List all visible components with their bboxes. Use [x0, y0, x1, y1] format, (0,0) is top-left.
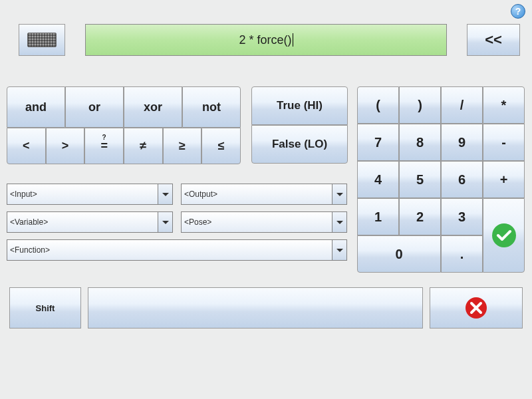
- input-dropdown[interactable]: <Input>: [7, 184, 173, 205]
- keyboard-button[interactable]: [19, 24, 65, 56]
- close-icon: [464, 296, 488, 320]
- lparen-button[interactable]: (: [357, 86, 399, 124]
- greater-than-button[interactable]: >: [46, 128, 85, 164]
- and-button[interactable]: and: [7, 86, 65, 128]
- digit-3-button[interactable]: 3: [441, 198, 483, 235]
- expression-text: 2 * force(): [239, 33, 291, 47]
- input-dropdown-label: <Input>: [10, 190, 37, 199]
- keyboard-icon: [27, 33, 57, 47]
- chevron-down-icon: [332, 240, 346, 260]
- or-button[interactable]: or: [65, 86, 124, 128]
- digit-0-button[interactable]: 0: [357, 235, 441, 273]
- false-button[interactable]: False (LO): [251, 125, 348, 164]
- not-equals-button[interactable]: ≠: [124, 128, 163, 164]
- pose-dropdown[interactable]: <Pose>: [181, 211, 347, 233]
- chevron-down-icon: [158, 212, 172, 232]
- rparen-button[interactable]: ): [399, 86, 441, 124]
- text-cursor: [293, 33, 293, 47]
- spacebar-button[interactable]: [88, 287, 423, 329]
- svg-point-0: [492, 223, 516, 247]
- not-button[interactable]: not: [182, 86, 241, 128]
- digit-5-button[interactable]: 5: [399, 161, 441, 198]
- chevron-down-icon: [332, 212, 346, 232]
- plus-button[interactable]: +: [483, 161, 525, 198]
- digit-8-button[interactable]: 8: [399, 124, 441, 161]
- expression-input[interactable]: 2 * force(): [85, 24, 447, 56]
- cancel-button[interactable]: [430, 287, 523, 329]
- divide-button[interactable]: /: [441, 86, 483, 124]
- variable-dropdown-label: <Variable>: [10, 217, 48, 227]
- chevron-down-icon: [158, 184, 172, 204]
- true-button[interactable]: True (HI): [251, 86, 348, 125]
- xor-button[interactable]: xor: [124, 86, 182, 128]
- help-icon[interactable]: ?: [511, 4, 525, 19]
- lte-button[interactable]: ≤: [201, 128, 241, 164]
- function-dropdown-label: <Function>: [10, 245, 50, 255]
- decimal-button[interactable]: .: [441, 235, 483, 273]
- checkmark-icon: [491, 222, 517, 249]
- less-than-button[interactable]: <: [7, 128, 46, 164]
- digit-6-button[interactable]: 6: [441, 161, 483, 198]
- digit-9-button[interactable]: 9: [441, 124, 483, 161]
- function-dropdown[interactable]: <Function>: [7, 239, 347, 261]
- confirm-button[interactable]: [483, 198, 525, 273]
- multiply-button[interactable]: *: [483, 86, 525, 124]
- output-dropdown[interactable]: <Output>: [181, 184, 347, 205]
- digit-1-button[interactable]: 1: [357, 198, 399, 235]
- digit-7-button[interactable]: 7: [357, 124, 399, 161]
- shift-button[interactable]: Shift: [9, 287, 81, 329]
- minus-button[interactable]: -: [483, 124, 525, 161]
- digit-2-button[interactable]: 2: [399, 198, 441, 235]
- digit-4-button[interactable]: 4: [357, 161, 399, 198]
- chevron-down-icon: [332, 184, 346, 204]
- gte-button[interactable]: ≥: [163, 128, 202, 164]
- backspace-button[interactable]: <<: [467, 24, 520, 56]
- output-dropdown-label: <Output>: [184, 190, 217, 199]
- pose-dropdown-label: <Pose>: [184, 217, 211, 227]
- variable-dropdown[interactable]: <Variable>: [7, 211, 173, 233]
- equals-button[interactable]: =: [84, 128, 124, 164]
